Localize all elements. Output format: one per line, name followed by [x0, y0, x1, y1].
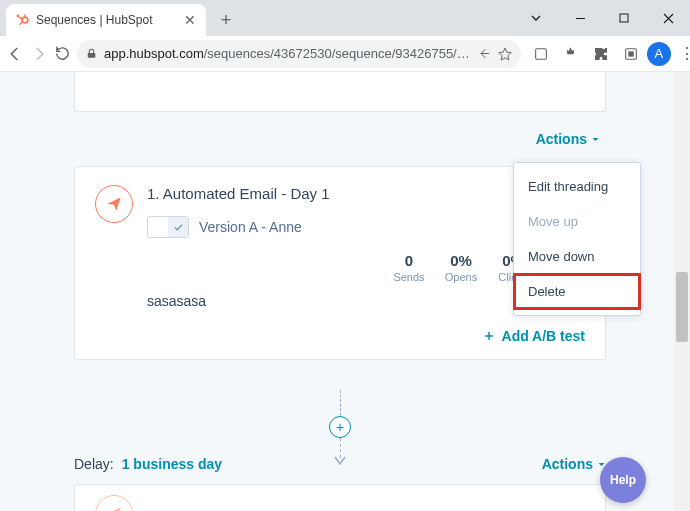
extension-icon-3[interactable] — [617, 40, 645, 68]
extension-area: A ⋮ — [527, 40, 690, 68]
page-viewport: Actions 1. Automated Email - Day 1 — [0, 72, 690, 511]
window-maximize-button[interactable] — [602, 0, 646, 36]
plus-icon: ＋ — [482, 327, 496, 345]
delay-label: Delay: — [74, 456, 114, 472]
window-controls — [514, 0, 690, 36]
extension-icon-2[interactable] — [557, 40, 585, 68]
stat-sends: 0Sends — [389, 252, 429, 283]
extensions-puzzle-icon[interactable] — [587, 40, 615, 68]
extension-icon-1[interactable] — [527, 40, 555, 68]
svg-rect-6 — [620, 14, 628, 22]
page-scrollbar[interactable] — [674, 72, 690, 511]
window-minimize-button[interactable] — [558, 0, 602, 36]
actions-dropdown-menu: Edit threading Move up Move down Delete — [513, 162, 641, 316]
svg-rect-9 — [88, 53, 96, 58]
add-step-button[interactable]: + — [329, 416, 351, 438]
connector-line-icon — [340, 438, 341, 458]
previous-card-bottom — [74, 72, 606, 112]
browser-tab[interactable]: Sequences | HubSpot ✕ — [6, 4, 206, 36]
actions-dropdown-trigger[interactable]: Actions — [536, 131, 600, 147]
browser-address-bar: app.hubspot.com/sequences/43672530/seque… — [0, 36, 690, 72]
connector-line-icon — [340, 390, 341, 416]
tab-title: Sequences | HubSpot — [36, 13, 176, 27]
actions-label: Actions — [536, 131, 587, 147]
paper-plane-icon — [95, 495, 133, 511]
next-step-card — [74, 484, 606, 511]
add-ab-test-button[interactable]: ＋ Add A/B test — [147, 327, 585, 345]
profile-avatar[interactable]: A — [647, 42, 671, 66]
omnibox[interactable]: app.hubspot.com/sequences/43672530/seque… — [77, 40, 521, 68]
svg-line-4 — [20, 22, 23, 25]
help-fab-button[interactable]: Help — [600, 457, 646, 503]
dropdown-item-delete[interactable]: Delete — [514, 274, 640, 309]
share-icon[interactable] — [476, 46, 491, 61]
svg-rect-10 — [535, 48, 546, 59]
version-toggle[interactable] — [147, 216, 189, 238]
kebab-menu-icon[interactable]: ⋮ — [673, 40, 690, 68]
dropdown-item-edit-threading[interactable]: Edit threading — [514, 169, 640, 204]
lock-icon — [85, 47, 98, 60]
toggle-right-check-icon — [168, 217, 188, 237]
nav-reload-button[interactable] — [54, 40, 71, 68]
url-text: app.hubspot.com/sequences/43672530/seque… — [104, 46, 470, 61]
step-connector: + — [330, 390, 350, 466]
window-close-button[interactable] — [646, 0, 690, 36]
svg-rect-12 — [628, 51, 633, 56]
version-label: Version A - Anne — [199, 219, 302, 235]
toggle-left — [148, 217, 168, 237]
tab-close-icon[interactable]: ✕ — [182, 12, 198, 28]
stat-opens: 0%Opens — [441, 252, 481, 283]
nav-forward-button[interactable] — [30, 40, 48, 68]
actions-dropdown-trigger-2[interactable]: Actions — [542, 456, 606, 472]
tab-search-icon[interactable] — [514, 0, 558, 36]
hubspot-favicon-icon — [14, 12, 30, 28]
browser-titlebar: Sequences | HubSpot ✕ + — [0, 0, 690, 36]
new-tab-button[interactable]: + — [212, 6, 240, 34]
delay-value[interactable]: 1 business day — [122, 456, 222, 472]
actions-top-row: Actions — [74, 130, 606, 148]
nav-back-button[interactable] — [6, 40, 24, 68]
delay-row: Delay: 1 business day Actions — [74, 456, 606, 472]
star-icon[interactable] — [497, 46, 513, 62]
caret-down-icon — [591, 135, 600, 144]
dropdown-item-move-down[interactable]: Move down — [514, 239, 640, 274]
paper-plane-icon — [95, 185, 133, 223]
scrollbar-thumb[interactable] — [676, 272, 688, 342]
dropdown-item-move-up[interactable]: Move up — [514, 204, 640, 239]
